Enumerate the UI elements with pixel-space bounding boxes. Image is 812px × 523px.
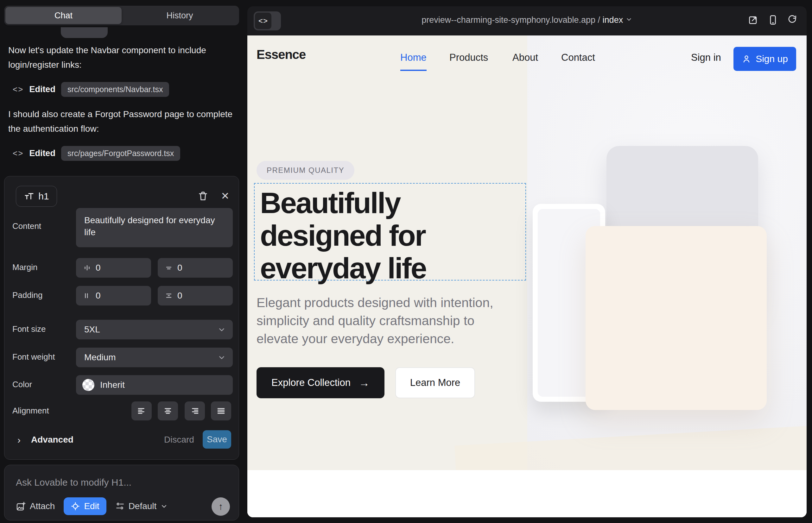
color-select[interactable]: Inherit xyxy=(76,375,233,395)
app-root: Chat History Now let's update the Navbar… xyxy=(0,0,812,523)
nav-link-home[interactable]: Home xyxy=(400,52,427,71)
attach-image-icon xyxy=(16,501,26,511)
type-icon xyxy=(24,191,35,202)
edit-label: Edit xyxy=(84,501,99,511)
edited-label: Edited xyxy=(29,148,55,158)
edited-file-row: <> Edited src/components/Navbar.tsx xyxy=(13,82,169,97)
preview-frame: <> preview--charming-site-symphony.lovab… xyxy=(247,6,807,517)
close-editor-button[interactable]: ✕ xyxy=(219,190,231,202)
chat-composer: Ask Lovable to modify H1... Attach xyxy=(4,465,239,521)
alignment-label: Alignment xyxy=(12,406,49,416)
chrome-actions xyxy=(748,15,798,25)
refresh-icon[interactable] xyxy=(787,15,798,25)
content-label: Content xyxy=(12,221,41,231)
margin-y-input[interactable]: 0 xyxy=(158,258,233,278)
editor-footer: › Advanced Discard Save xyxy=(4,430,240,450)
edited-label: Edited xyxy=(29,85,55,94)
decorative-cream-card xyxy=(586,226,767,410)
padding-label: Padding xyxy=(12,290,42,300)
edited-file-row: <> Edited src/pages/ForgotPassword.tsx xyxy=(13,146,180,161)
send-button[interactable]: ↑ xyxy=(212,497,230,516)
padding-y-value: 0 xyxy=(177,291,182,301)
sign-up-label: Sign up xyxy=(756,54,788,64)
margin-y-value: 0 xyxy=(177,263,182,273)
hero-heading[interactable]: Beautifully designed for everyday life xyxy=(260,187,523,285)
trash-icon xyxy=(198,191,208,201)
advanced-toggle[interactable]: Advanced xyxy=(31,435,73,445)
composer-input[interactable]: Ask Lovable to modify H1... xyxy=(16,477,131,488)
url-separator: / xyxy=(598,15,600,25)
padding-x-input[interactable]: 0 xyxy=(76,286,151,306)
clipped-file-badge xyxy=(61,27,108,38)
element-tag-pill: h1 xyxy=(16,186,57,207)
mode-label: Default xyxy=(128,501,157,511)
sign-in-link[interactable]: Sign in xyxy=(691,52,721,63)
sign-up-button[interactable]: Sign up xyxy=(734,47,796,71)
chat-message: Now let's update the Navbar component to… xyxy=(8,43,235,72)
nav-link-contact[interactable]: Contact xyxy=(561,52,595,63)
align-justify-button[interactable] xyxy=(211,401,231,420)
chevron-right-icon: › xyxy=(17,435,21,446)
attach-label: Attach xyxy=(30,501,55,511)
file-badge[interactable]: src/pages/ForgotPassword.tsx xyxy=(61,146,180,161)
content-input[interactable]: Beautifully designed for everyday life xyxy=(76,208,233,247)
sliders-icon xyxy=(115,502,125,511)
nav-link-about[interactable]: About xyxy=(512,52,538,63)
font-size-select[interactable]: 5XL xyxy=(76,320,233,339)
chevron-down-icon xyxy=(625,16,632,23)
padding-y-input[interactable]: 0 xyxy=(158,286,233,306)
attach-button[interactable]: Attach xyxy=(16,501,55,511)
mobile-preview-icon[interactable] xyxy=(767,15,778,25)
font-size-value: 5XL xyxy=(84,325,100,335)
align-right-icon xyxy=(190,406,199,416)
page-name: index xyxy=(603,15,623,25)
site-logo[interactable]: Essence xyxy=(257,48,306,62)
tab-history[interactable]: History xyxy=(122,7,238,24)
color-label: Color xyxy=(12,380,32,390)
tab-chat[interactable]: Chat xyxy=(5,7,122,24)
nav-link-label: Home xyxy=(400,52,427,71)
margin-x-input[interactable]: 0 xyxy=(76,258,151,278)
open-in-new-tab-icon[interactable] xyxy=(748,15,758,25)
preview-url: preview--charming-site-symphony.lovable.… xyxy=(422,15,595,25)
preview-chrome: <> preview--charming-site-symphony.lovab… xyxy=(247,6,807,35)
align-right-button[interactable] xyxy=(184,401,205,420)
font-weight-value: Medium xyxy=(84,353,116,362)
chevron-down-icon xyxy=(217,353,226,362)
chat-history-tabs: Chat History xyxy=(4,6,239,25)
crosshair-icon xyxy=(71,502,80,511)
section-below-hero xyxy=(247,470,807,517)
align-left-button[interactable] xyxy=(131,401,152,420)
save-button[interactable]: Save xyxy=(203,430,231,449)
chat-message: I should also create a Forgot Password p… xyxy=(8,107,235,136)
learn-more-button[interactable]: Learn More xyxy=(395,367,475,398)
font-weight-label: Font weight xyxy=(12,352,55,362)
url-bar[interactable]: preview--charming-site-symphony.lovable.… xyxy=(247,15,807,25)
align-center-button[interactable] xyxy=(158,401,178,420)
code-icon: <> xyxy=(13,148,23,158)
element-editor-panel: h1 ✕ Content Beautifully designed for ev… xyxy=(4,176,239,460)
nav-link-products[interactable]: Products xyxy=(449,52,488,63)
chevron-down-icon xyxy=(160,502,168,510)
file-badge[interactable]: src/components/Navbar.tsx xyxy=(61,82,170,97)
premium-quality-badge: PREMIUM QUALITY xyxy=(257,161,354,180)
margin-vertical-icon xyxy=(165,264,173,272)
element-tag: h1 xyxy=(38,191,49,202)
font-weight-select[interactable]: Medium xyxy=(76,348,233,367)
padding-x-value: 0 xyxy=(96,291,101,301)
composer-toolbar: Attach Edit xyxy=(16,497,230,516)
chat-sidebar: Chat History Now let's update the Navbar… xyxy=(0,0,247,523)
user-icon xyxy=(742,54,751,64)
mode-select[interactable]: Default xyxy=(115,501,168,511)
edit-mode-button[interactable]: Edit xyxy=(64,497,106,515)
align-left-icon xyxy=(137,406,146,416)
font-size-label: Font size xyxy=(12,324,46,334)
delete-element-button[interactable] xyxy=(197,190,209,202)
discard-button[interactable]: Discard xyxy=(164,435,194,445)
arrow-right-icon: → xyxy=(359,377,370,389)
padding-horizontal-icon xyxy=(83,292,91,300)
explore-collection-button[interactable]: Explore Collection → xyxy=(257,367,385,398)
chevron-down-icon xyxy=(217,325,226,334)
hero-paragraph: Elegant products designed with intention… xyxy=(257,294,516,348)
margin-label: Margin xyxy=(12,263,37,272)
